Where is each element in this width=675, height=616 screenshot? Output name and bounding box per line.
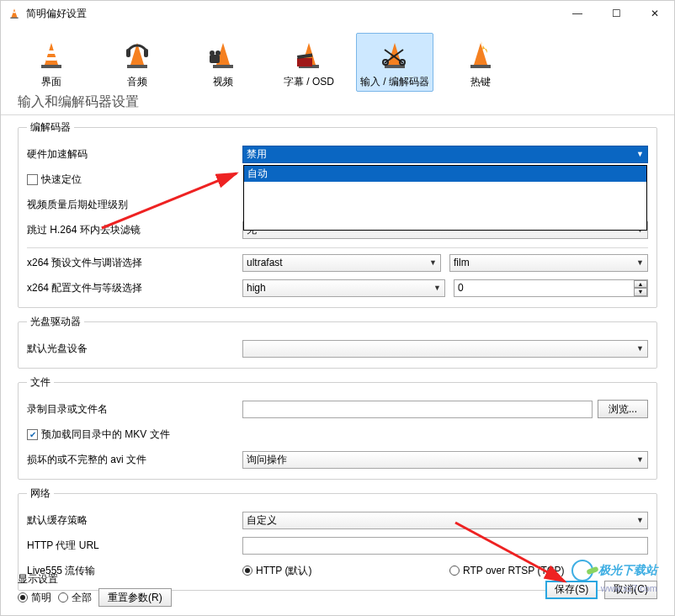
- chevron-down-icon: ▼: [636, 150, 644, 158]
- svg-rect-0: [10, 18, 18, 19]
- window-title: 简明偏好设置: [26, 7, 558, 21]
- category-tabs: 界面 音频 视频 字幕 / OSD 输入 / 编解码器 热键: [1, 26, 674, 92]
- svg-rect-2: [41, 65, 61, 68]
- save-button[interactable]: 保存(S): [545, 581, 598, 599]
- optical-legend: 光盘驱动器: [27, 315, 84, 329]
- hwaccel-option[interactable]: Direct3D11 视频加速: [244, 182, 646, 198]
- svg-rect-8: [213, 65, 233, 68]
- titlebar: 简明偏好设置 — ☐ ✕: [1, 1, 674, 26]
- chevron-down-icon: ▼: [636, 516, 644, 524]
- hwaccel-select[interactable]: 禁用 ▼ 自动 Direct3D11 视频加速 DirectX 视频加速 (DX…: [242, 146, 648, 163]
- record-dir-input[interactable]: [242, 401, 593, 418]
- all-radio[interactable]: 全部: [58, 591, 92, 605]
- svg-rect-5: [126, 49, 130, 57]
- spin-down-icon[interactable]: ▼: [634, 288, 647, 296]
- watermark-url: www.xz7.com: [601, 583, 657, 593]
- watermark: 极光下载站: [571, 560, 657, 581]
- section-title: 输入和编解码器设置: [1, 92, 674, 115]
- footer-left: 显示设置 简明 全部 重置参数(R): [18, 572, 172, 607]
- checkbox-icon: [27, 174, 38, 185]
- show-settings-label: 显示设置: [18, 572, 172, 587]
- watermark-logo-icon: [571, 560, 593, 581]
- svg-rect-1: [13, 12, 16, 13]
- simple-radio[interactable]: 简明: [18, 591, 51, 605]
- record-dir-label: 录制目录或文件名: [27, 402, 242, 417]
- svg-rect-7: [127, 65, 147, 68]
- x264-preset-value: ultrafast: [247, 257, 283, 268]
- svg-point-10: [210, 50, 215, 56]
- svg-rect-3: [47, 50, 56, 54]
- default-disc-label: 默认光盘设备: [27, 342, 242, 356]
- svg-rect-20: [470, 65, 491, 68]
- x264-preset-label: x264 预设文件与调谐选择: [27, 256, 242, 270]
- postproc-label: 视频质量后期处理级别: [27, 198, 242, 212]
- cache-policy-select[interactable]: 自定义 ▼: [242, 512, 648, 529]
- tab-interface[interactable]: 界面: [13, 33, 90, 92]
- svg-rect-6: [144, 49, 148, 57]
- tab-subtitles[interactable]: 字幕 / OSD: [270, 33, 348, 92]
- cone-fire-icon: [464, 35, 497, 73]
- close-button[interactable]: ✕: [635, 1, 674, 26]
- tab-audio[interactable]: 音频: [98, 33, 176, 92]
- svg-rect-9: [210, 55, 220, 63]
- http-proxy-label: HTTP 代理 URL: [27, 539, 242, 553]
- reset-button[interactable]: 重置参数(R): [98, 588, 172, 607]
- minimize-button[interactable]: —: [558, 1, 597, 26]
- tab-input-codecs[interactable]: 输入 / 编解码器: [356, 33, 433, 92]
- fast-seek-checkbox[interactable]: 快速定位: [27, 173, 82, 187]
- x264-preset-select[interactable]: ultrafast ▼: [242, 254, 441, 272]
- cache-policy-value: 自定义: [247, 513, 277, 528]
- tab-label: 音频: [127, 75, 147, 89]
- cone-scissors-icon: [378, 35, 412, 73]
- deblock-label: 跳过 H.264 环内去块滤镜: [27, 223, 242, 237]
- chevron-down-icon: ▼: [636, 344, 644, 353]
- preload-mkv-checkbox[interactable]: ✔ 预加载同目录中的 MKV 文件: [27, 427, 170, 442]
- x264-profile-value: high: [247, 282, 266, 294]
- radio-checked-icon: [18, 592, 28, 603]
- tab-label: 视频: [213, 75, 233, 89]
- x264-profile-label: x264 配置文件与等级选择: [27, 281, 242, 295]
- x264-profile-select[interactable]: high ▼: [242, 279, 445, 297]
- broken-avi-value: 询问操作: [247, 453, 287, 467]
- svg-rect-4: [46, 57, 56, 61]
- file-legend: 文件: [27, 375, 54, 390]
- hwaccel-option[interactable]: 禁用: [244, 214, 646, 230]
- content-area: 编解码器 硬件加速解码 禁用 ▼ 自动 Direct3D11 视频加速 Dire…: [1, 120, 674, 591]
- svg-rect-13: [297, 58, 312, 66]
- http-proxy-input[interactable]: [242, 537, 648, 555]
- x264-level-spinner[interactable]: ▲ ▼: [454, 279, 648, 297]
- browse-button[interactable]: 浏览...: [598, 400, 648, 418]
- chevron-down-icon: ▼: [429, 258, 437, 267]
- spin-up-icon[interactable]: ▲: [634, 280, 647, 289]
- broken-avi-label: 损坏的或不完整的 avi 文件: [27, 453, 242, 467]
- x264-tune-select[interactable]: film ▼: [449, 254, 648, 272]
- all-label: 全部: [72, 591, 92, 605]
- broken-avi-select[interactable]: 询问操作 ▼: [242, 451, 648, 469]
- hwaccel-option[interactable]: 自动: [244, 166, 646, 182]
- spinner-buttons: ▲ ▼: [634, 280, 647, 296]
- chevron-down-icon: ▼: [636, 455, 644, 464]
- hwaccel-label: 硬件加速解码: [27, 147, 242, 162]
- optical-group: 光盘驱动器 默认光盘设备 ▼: [18, 315, 657, 369]
- tab-video[interactable]: 视频: [184, 33, 262, 92]
- x264-level-input[interactable]: [454, 279, 648, 297]
- hwaccel-option[interactable]: DirectX 视频加速 (DXVA) 2.0: [244, 198, 646, 214]
- x264-tune-value: film: [454, 257, 470, 268]
- cone-film-icon: [206, 35, 240, 73]
- hwaccel-dropdown: 自动 Direct3D11 视频加速 DirectX 视频加速 (DXVA) 2…: [243, 165, 647, 231]
- cone-icon: [35, 35, 68, 73]
- network-legend: 网络: [27, 486, 54, 501]
- checkbox-checked-icon: ✔: [27, 429, 38, 440]
- default-disc-select[interactable]: ▼: [242, 340, 648, 358]
- tab-hotkeys[interactable]: 热键: [442, 33, 519, 92]
- preload-mkv-label: 预加载同目录中的 MKV 文件: [41, 427, 170, 442]
- maximize-button[interactable]: ☐: [597, 1, 635, 26]
- cone-clapper-icon: [292, 35, 326, 73]
- vlc-app-icon: [8, 7, 21, 20]
- file-group: 文件 录制目录或文件名 浏览... ✔ 预加载同目录中的 MKV 文件 损坏的或…: [18, 375, 657, 480]
- hwaccel-value: 禁用: [247, 147, 267, 162]
- simple-label: 简明: [31, 591, 51, 605]
- fast-seek-label: 快速定位: [41, 173, 82, 187]
- svg-point-11: [215, 50, 221, 56]
- footer: 显示设置 简明 全部 重置参数(R) 保存(S) 取消(C): [18, 572, 657, 607]
